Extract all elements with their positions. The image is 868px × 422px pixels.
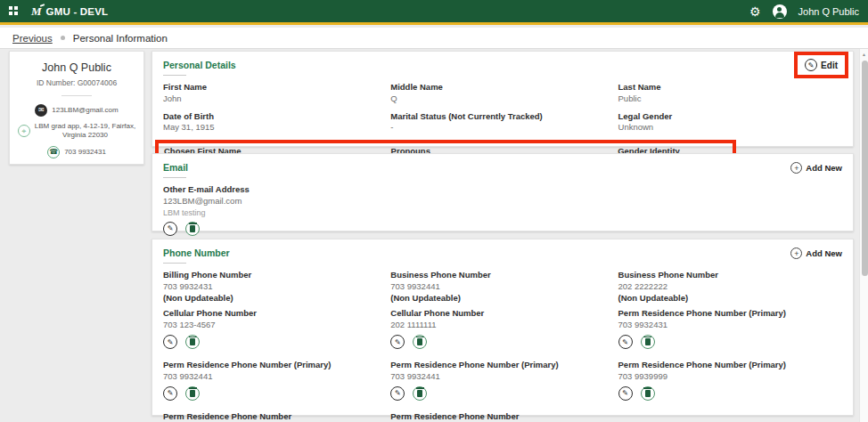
phone-row: Perm Residence Phone Number (Primary) 70… (163, 360, 842, 407)
edit-email-button[interactable]: ✎ (163, 222, 177, 236)
trash-icon (190, 225, 195, 232)
phone-entry: Perm Residence Phone Number (Primary) 70… (618, 308, 842, 355)
phone-row: Perm Residence Phone Number 703 9931000 … (163, 411, 842, 422)
profile-phone: 703 9932431 (64, 148, 106, 157)
divider (163, 75, 186, 76)
phone-entry: Cellular Phone Number 202 1111111 ✎ (390, 308, 618, 355)
phone-icon: ☎ (47, 146, 60, 158)
divider (61, 95, 92, 96)
app-menu-icon[interactable] (9, 6, 19, 16)
edit-button-label: Edit (821, 61, 838, 70)
field-first-name: First NameJohn (163, 82, 390, 105)
delete-phone-button[interactable] (641, 335, 655, 349)
scroll-up-arrow-icon[interactable]: ▲ (862, 52, 866, 57)
user-name[interactable]: John Q Public (798, 6, 859, 17)
phone-section-title: Phone Number (163, 248, 842, 258)
plus-icon: + (790, 162, 802, 174)
email-card: Email + Add New Other E-mail Address 123… (151, 153, 854, 231)
app-title: GMU - DEVL (46, 6, 109, 17)
add-new-phone-button[interactable]: + Add New (790, 248, 842, 259)
pencil-icon: ✎ (622, 338, 628, 346)
entry-actions: ✎ (163, 222, 842, 236)
divider (163, 177, 186, 178)
phone-entry: Business Phone Number 202 2222222 (Non U… (618, 270, 842, 304)
delete-phone-button[interactable] (413, 386, 427, 401)
email-section-title: Email (163, 162, 842, 173)
annotation-box-edit: ✎ Edit (794, 52, 848, 78)
edit-phone-button[interactable]: ✎ (618, 386, 633, 401)
phone-entry: Perm Residence Phone Number (Primary) 70… (390, 360, 618, 407)
vertical-scrollbar[interactable]: ▲ (859, 49, 868, 422)
phone-row: Billing Phone Number 703 9932431 (Non Up… (163, 270, 842, 304)
edit-phone-button[interactable]: ✎ (163, 386, 177, 401)
pencil-icon: ✎ (622, 389, 628, 397)
plus-icon: + (790, 248, 802, 259)
divider (163, 263, 186, 264)
profile-phone-row: ☎ 703 9932431 (17, 146, 136, 158)
field-last-name: Last NamePublic (618, 82, 842, 105)
trash-icon (190, 338, 195, 345)
phone-entry: Perm Residence Phone Number (Primary) 70… (163, 360, 390, 407)
pencil-icon: ✎ (168, 338, 174, 346)
user-avatar-icon[interactable] (773, 4, 787, 19)
delete-phone-button[interactable] (185, 386, 200, 401)
profile-address-row: ⌖ LBM grad app, 4-12-19, Fairfax,Virgini… (17, 122, 136, 141)
phone-entry: Billing Phone Number 703 9932431 (Non Up… (163, 270, 390, 304)
trash-icon (645, 390, 651, 397)
phone-entry: Business Phone Number 703 9932441 (Non U… (390, 270, 618, 304)
pencil-icon: ✎ (168, 224, 174, 232)
location-pin-icon: ⌖ (18, 125, 30, 137)
pencil-icon: ✎ (395, 389, 401, 397)
trash-icon (417, 338, 422, 345)
add-new-email-button[interactable]: + Add New (790, 162, 842, 174)
trash-icon (190, 390, 195, 397)
scrollbar-thumb[interactable] (862, 61, 868, 276)
personal-details-title: Personal Details (163, 60, 842, 70)
field-middle-name: Middle NameQ (390, 82, 618, 105)
profile-id-number: ID Number: G00074006 (17, 78, 136, 87)
edit-button[interactable]: ✎ Edit (805, 59, 838, 71)
field-date-of-birth: Date of BirthMay 31, 1915 (163, 111, 390, 134)
personal-fields-row: First NameJohn Middle NameQ Last NamePub… (163, 82, 842, 105)
topbar-right: ⚙ John Q Public (749, 4, 859, 19)
edit-phone-button[interactable]: ✎ (390, 386, 405, 401)
breadcrumb-previous-link[interactable]: Previous (12, 33, 53, 44)
profile-address: LBM grad app, 4-12-19, Fairfax,Virginia … (35, 122, 135, 141)
edit-phone-button[interactable]: ✎ (618, 335, 633, 349)
edit-phone-button[interactable]: ✎ (390, 335, 405, 349)
personal-details-card: Personal Details ✎ Edit First NameJohn M… (151, 51, 854, 147)
delete-phone-button[interactable] (185, 335, 200, 349)
delete-email-button[interactable] (185, 222, 200, 236)
breadcrumb: Previous Personal Information (0, 28, 868, 49)
trash-icon (417, 390, 422, 397)
personal-fields-row: Date of BirthMay 31, 1915 Marital Status… (163, 111, 842, 134)
field-legal-gender: Legal GenderUnknown (618, 111, 842, 134)
breadcrumb-current: Personal Information (73, 33, 168, 44)
profile-email-row: ✉ 123LBM@gmail.com (17, 104, 136, 117)
settings-gear-icon[interactable]: ⚙ (749, 5, 761, 18)
delete-phone-button[interactable] (641, 386, 655, 401)
field-marital-status: Marital Status (Not Currently Tracked)- (390, 111, 618, 134)
phone-entry: Cellular Phone Number 703 123-4567 ✎ (163, 308, 390, 355)
phone-entry-empty (618, 411, 842, 422)
brand: M GMU - DEVL (31, 4, 108, 19)
gmu-logo-icon: M (31, 4, 42, 19)
pencil-icon: ✎ (805, 59, 817, 71)
pencil-icon: ✎ (168, 389, 174, 397)
phone-entry: Perm Residence Phone Number 703 9931000 … (163, 411, 390, 422)
edit-phone-button[interactable]: ✎ (163, 335, 177, 349)
profile-email: 123LBM@gmail.com (52, 106, 118, 115)
pencil-icon: ✎ (395, 338, 401, 346)
phone-entry: Perm Residence Phone Number 703 9931000 … (390, 411, 618, 422)
phone-number-card: Phone Number + Add New Billing Phone Num… (151, 239, 854, 416)
trash-icon (645, 338, 651, 345)
email-entry: Other E-mail Address 123LBM@gmail.com LB… (163, 184, 842, 236)
phone-row: Cellular Phone Number 703 123-4567 ✎ Cel… (163, 308, 842, 355)
email-icon: ✉ (35, 104, 47, 117)
top-app-bar: M GMU - DEVL ⚙ John Q Public (0, 0, 868, 25)
breadcrumb-separator-icon (61, 36, 65, 40)
delete-phone-button[interactable] (413, 335, 427, 349)
phone-grid: Billing Phone Number 703 9932431 (Non Up… (163, 270, 842, 422)
profile-name: John Q Public (17, 61, 136, 74)
phone-entry: Perm Residence Phone Number (Primary) 70… (618, 360, 842, 407)
